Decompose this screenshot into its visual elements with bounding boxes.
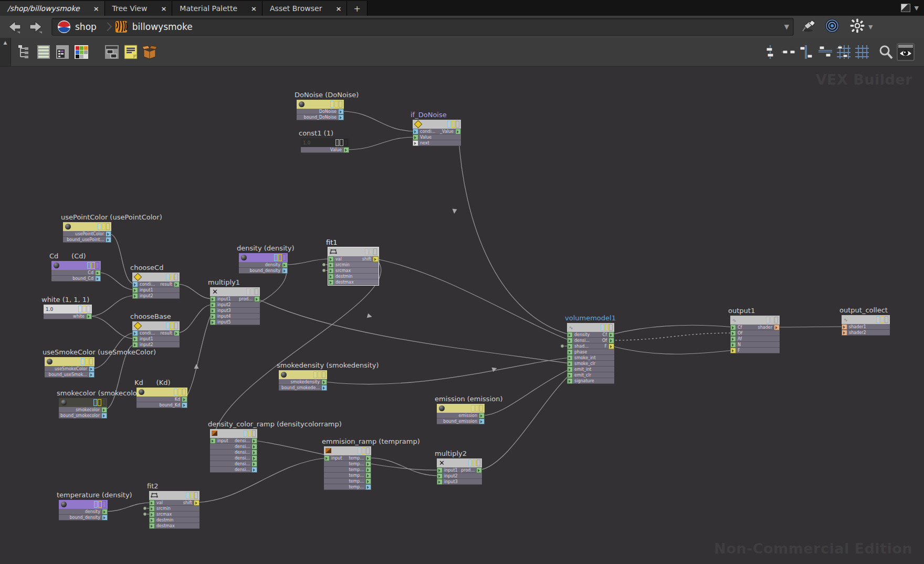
node-flag[interactable] [334, 101, 338, 108]
node-flag[interactable] [93, 399, 97, 406]
node-flag-buttons[interactable] [364, 248, 379, 255]
output-connector[interactable] [86, 314, 92, 319]
node-flag[interactable] [358, 447, 361, 454]
node-flag[interactable] [87, 262, 91, 269]
node-flag-buttons[interactable] [93, 399, 107, 406]
node-flag-buttons[interactable] [313, 371, 327, 378]
node-flag-buttons[interactable] [165, 322, 180, 329]
node-flag[interactable] [182, 389, 186, 395]
node-flag[interactable] [96, 262, 99, 269]
node-flag[interactable] [880, 316, 884, 323]
node-flag[interactable] [340, 139, 343, 146]
align-vertical-icon[interactable] [762, 44, 778, 60]
node-flag[interactable] [85, 358, 89, 365]
align-corner-icon[interactable] [799, 44, 815, 60]
node-flag-buttons[interactable] [447, 121, 461, 128]
search-icon[interactable] [878, 44, 894, 60]
input-connector[interactable] [567, 338, 573, 343]
node-flag-buttons[interactable] [876, 316, 890, 323]
node-flag[interactable] [178, 389, 182, 395]
node-const1[interactable]: const1 (1)1.0Value [301, 138, 349, 153]
input-connector[interactable] [437, 479, 443, 485]
pathbar-overflow-chevron-icon[interactable]: ▼ [868, 24, 873, 30]
input-connector[interactable] [730, 330, 736, 336]
node-body[interactable]: 1.0white [44, 305, 92, 319]
input-connector[interactable] [413, 129, 418, 134]
output-connector[interactable] [95, 270, 101, 276]
node-flag[interactable] [82, 306, 86, 312]
pane-layout-icon[interactable] [901, 4, 910, 12]
node-body[interactable]: ✕input1prod...input2input3 [437, 458, 482, 485]
node-flag[interactable] [250, 288, 254, 295]
node-outputCollect[interactable]: output_collect∿shader1shader2 [842, 315, 890, 336]
node-flag[interactable] [166, 322, 170, 329]
input-connector[interactable] [210, 319, 216, 325]
node-flag[interactable] [472, 459, 476, 466]
node-output1[interactable]: output1∿CfshaderOfAfNF [730, 316, 780, 353]
node-smokecolor[interactable]: smokecolor (smokecolor)smokecolorbound_s… [59, 398, 107, 419]
pin-icon[interactable] [801, 18, 817, 35]
output-connector[interactable] [174, 281, 180, 287]
wire-end-dot[interactable] [322, 269, 326, 273]
input-connector[interactable] [328, 279, 334, 285]
input-connector[interactable] [730, 325, 736, 330]
node-body[interactable]: DoNoisebound_DoNoise [297, 100, 344, 120]
node-body[interactable]: inputdensi...densi...densi...densi...den… [210, 429, 257, 473]
node-flag[interactable] [468, 459, 472, 466]
node-body[interactable]: smokedensitybound_smokede... [279, 370, 327, 391]
node-flag-buttons[interactable] [185, 492, 200, 499]
input-connector[interactable] [149, 523, 155, 529]
node-body[interactable]: condi...resultinput1input2 [132, 273, 180, 299]
output-connector[interactable] [608, 343, 614, 349]
node-flag[interactable] [876, 316, 880, 323]
output-connector[interactable] [102, 515, 108, 520]
input-connector[interactable] [413, 140, 418, 146]
align-horizontal-icon[interactable] [817, 44, 833, 60]
input-connector[interactable] [437, 473, 443, 479]
node-body[interactable]: smokecolorbound_smokecolor [59, 398, 107, 419]
wire-end-dot[interactable] [561, 344, 564, 348]
output-connector[interactable] [102, 509, 108, 515]
output-connector[interactable] [479, 413, 485, 419]
node-chooseCd[interactable]: chooseCdcondi...resultinput1input2 [132, 273, 180, 299]
node-flag[interactable] [170, 322, 174, 329]
node-flag[interactable] [774, 317, 778, 323]
node-flag[interactable] [373, 248, 377, 255]
output-connector[interactable] [365, 455, 371, 461]
asset-box-icon[interactable] [142, 44, 158, 60]
node-smokedensity[interactable]: smokedensity (smokedensity)smokedensityb… [279, 370, 327, 391]
input-connector[interactable] [210, 438, 216, 444]
node-flag-buttons[interactable] [97, 223, 111, 230]
node-flag[interactable] [102, 501, 106, 508]
input-connector[interactable] [132, 281, 138, 287]
node-flag[interactable] [475, 405, 479, 412]
distribute-horizontal-icon[interactable] [781, 44, 796, 60]
gear-icon[interactable] [849, 18, 865, 36]
path-dropdown-chevron-icon[interactable]: ▼ [784, 23, 793, 30]
output-connector[interactable] [254, 296, 260, 302]
node-flag[interactable] [194, 492, 198, 499]
output-connector[interactable] [101, 407, 107, 413]
node-flag-buttons[interactable] [246, 288, 260, 295]
node-flag[interactable] [770, 317, 774, 323]
network-boxes-icon[interactable] [104, 44, 120, 60]
node-flag-buttons[interactable] [600, 324, 614, 331]
color-palette-icon[interactable] [74, 44, 89, 60]
node-body[interactable]: inputtemp...temp...temp...temp...temp...… [324, 446, 371, 490]
node-flag[interactable] [170, 274, 174, 280]
node-flag[interactable] [102, 399, 106, 406]
node-volumemodel1[interactable]: volumemodel1∿densityCfdensi...Ofshad...F… [567, 323, 614, 384]
tab--shop-billowysmoke[interactable]: /shop/billowysmoke× [0, 1, 105, 16]
node-flag[interactable] [78, 306, 82, 312]
input-connector[interactable] [132, 336, 138, 342]
input-connector[interactable] [842, 330, 847, 336]
node-flag[interactable] [246, 288, 250, 295]
node-body[interactable]: condi..._ValueValuenext [413, 120, 461, 146]
output-connector[interactable] [174, 330, 180, 336]
node-temperature[interactable]: temperature (density)densitybound_densit… [59, 500, 108, 520]
node-flag[interactable] [186, 492, 190, 499]
input-connector[interactable] [730, 342, 736, 348]
tree-view-mode-icon[interactable] [17, 44, 33, 60]
output-connector[interactable] [338, 109, 344, 114]
node-emission[interactable]: emission (emission)emissionbound_emissio… [437, 404, 485, 424]
